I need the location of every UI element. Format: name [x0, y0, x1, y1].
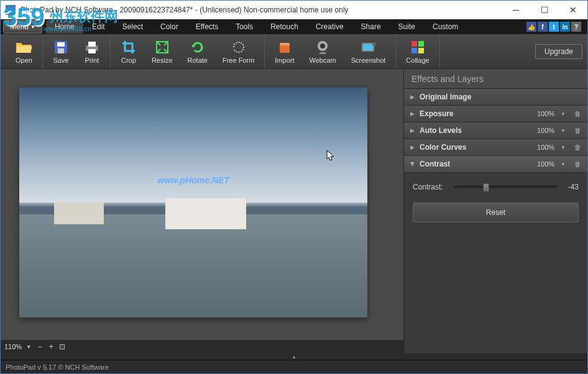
zoom-fit-button[interactable]: ⊡ [58, 342, 67, 351]
rotate-icon [190, 39, 206, 55]
zoom-dropdown-icon[interactable]: ▼ [24, 342, 33, 351]
svg-rect-12 [363, 44, 373, 50]
freeform-button[interactable]: Free Form [215, 34, 262, 68]
cursor-icon [326, 150, 335, 165]
chevron-down-icon[interactable]: ▼ [561, 128, 566, 134]
layer-exposure[interactable]: ▶ Exposure 100% ▼ 🗑 [404, 106, 587, 122]
menu-select[interactable]: Select [114, 20, 152, 34]
menu-creative[interactable]: Creative [307, 20, 352, 34]
chevron-down-icon[interactable]: ▼ [561, 111, 566, 117]
chevron-right-icon: ▶ [410, 111, 415, 117]
rotate-button[interactable]: Rotate [180, 34, 215, 68]
panel-collapse-handle[interactable]: ▲ [1, 353, 587, 360]
chevron-down-icon[interactable]: ▼ [561, 145, 566, 150]
layer-opacity: 100% [537, 160, 554, 168]
delete-icon[interactable]: 🗑 [574, 144, 581, 151]
svg-rect-1 [57, 42, 65, 47]
svg-rect-15 [418, 41, 424, 47]
layer-label: Color Curves [420, 143, 532, 152]
facebook-icon[interactable]: f [538, 22, 548, 32]
delete-icon[interactable]: 🗑 [574, 127, 581, 134]
crop-label: Crop [121, 57, 136, 64]
print-button[interactable]: Print [76, 34, 108, 68]
tool-group-collage: Collage [396, 34, 439, 68]
statusbar: PhotoPad v 5.17 © NCH Software [1, 360, 587, 373]
window-title: PhotoPad by NCH Software - 2009091622372… [21, 6, 502, 14]
delete-icon[interactable]: 🗑 [574, 110, 581, 117]
svg-rect-2 [58, 48, 64, 53]
effects-panel: Effects and Layers ▶ Original Image ▶ Ex… [403, 69, 587, 353]
menu-effects[interactable]: Effects [187, 20, 227, 34]
zoom-value: 110% [4, 343, 22, 350]
layer-auto-levels[interactable]: ▶ Auto Levels 100% ▼ 🗑 [404, 122, 587, 139]
import-label: Import [275, 57, 294, 64]
layer-label: Contrast [420, 160, 532, 168]
tool-group-import: Import Webcam Screenshot [265, 34, 396, 68]
close-button[interactable]: ✕ [559, 1, 587, 19]
menu-button[interactable]: Menu ▼ [3, 20, 42, 34]
crop-icon [121, 39, 137, 55]
save-button[interactable]: Save [45, 34, 76, 68]
menubar: Menu ▼ Home Edit Select Color Effects To… [1, 19, 587, 34]
tool-group-edit: Crop Resize Rotate Free Form [111, 34, 265, 68]
minimize-button[interactable]: ─ [502, 1, 530, 19]
image-canvas[interactable]: www.pHome.NET [19, 88, 367, 317]
collage-icon [410, 39, 426, 55]
layer-color-curves[interactable]: ▶ Color Curves 100% ▼ 🗑 [404, 139, 587, 156]
webcam-label: Webcam [310, 57, 336, 64]
import-button[interactable]: Import [267, 34, 301, 68]
main-area: www.pHome.NET 110% ▼ − + ⊡ Effects and L… [1, 69, 587, 353]
image-region-house2 [54, 203, 104, 224]
menu-color[interactable]: Color [152, 20, 187, 34]
layer-contrast[interactable]: ▶ Contrast 100% ▼ 🗑 [404, 156, 587, 173]
svg-rect-17 [418, 48, 424, 53]
layer-label: Original Image [420, 93, 581, 101]
thumbs-up-icon[interactable]: 👍 [526, 22, 536, 32]
layer-opacity: 100% [537, 110, 554, 117]
linkedin-icon[interactable]: in [560, 22, 570, 32]
freeform-label: Free Form [223, 57, 254, 64]
contrast-value: -43 [564, 183, 579, 191]
collage-button[interactable]: Collage [398, 34, 436, 68]
webcam-icon [315, 39, 331, 55]
zoom-out-button[interactable]: − [35, 342, 44, 351]
menu-button-label: Menu [10, 22, 29, 31]
svg-point-10 [320, 43, 325, 48]
resize-icon [154, 39, 170, 55]
slider-thumb[interactable] [483, 183, 489, 192]
contrast-slider[interactable] [454, 186, 558, 188]
resize-button[interactable]: Resize [144, 34, 180, 68]
image-region-house [165, 198, 246, 229]
menu-tools[interactable]: Tools [227, 20, 262, 34]
tool-group-save: Save Print [43, 34, 111, 68]
canvas-viewport[interactable]: www.pHome.NET [1, 69, 403, 340]
chevron-down-icon[interactable]: ▼ [561, 162, 566, 167]
menu-custom[interactable]: Custom [424, 20, 467, 34]
menu-share[interactable]: Share [352, 20, 390, 34]
menu-edit[interactable]: Edit [83, 20, 114, 34]
menu-home[interactable]: Home [46, 20, 83, 34]
tool-group-file: Open [6, 34, 43, 68]
twitter-icon[interactable]: t [549, 22, 559, 32]
open-label: Open [16, 57, 32, 64]
open-button[interactable]: Open [8, 34, 40, 68]
menu-suite[interactable]: Suite [390, 20, 424, 34]
help-icon[interactable]: ? [571, 22, 581, 32]
zoom-in-button[interactable]: + [47, 342, 55, 351]
upgrade-button[interactable]: Upgrade [535, 44, 582, 59]
collage-label: Collage [406, 57, 429, 64]
screenshot-button[interactable]: Screenshot [344, 34, 393, 68]
layer-original-image[interactable]: ▶ Original Image [404, 89, 587, 106]
layer-label: Auto Levels [420, 126, 532, 135]
canvas-area: www.pHome.NET 110% ▼ − + ⊡ [1, 69, 403, 353]
contrast-controls: Contrast: -43 Reset [404, 173, 587, 232]
webcam-button[interactable]: Webcam [302, 34, 344, 68]
maximize-button[interactable]: ☐ [530, 1, 559, 19]
menu-retouch[interactable]: Retouch [262, 20, 307, 34]
chevron-right-icon: ▶ [410, 127, 415, 134]
delete-icon[interactable]: 🗑 [574, 160, 581, 168]
social-icons: 👍 f t in ? [526, 22, 581, 32]
contrast-label: Contrast: [413, 183, 448, 191]
reset-button[interactable]: Reset [413, 203, 579, 222]
crop-button[interactable]: Crop [113, 34, 144, 68]
